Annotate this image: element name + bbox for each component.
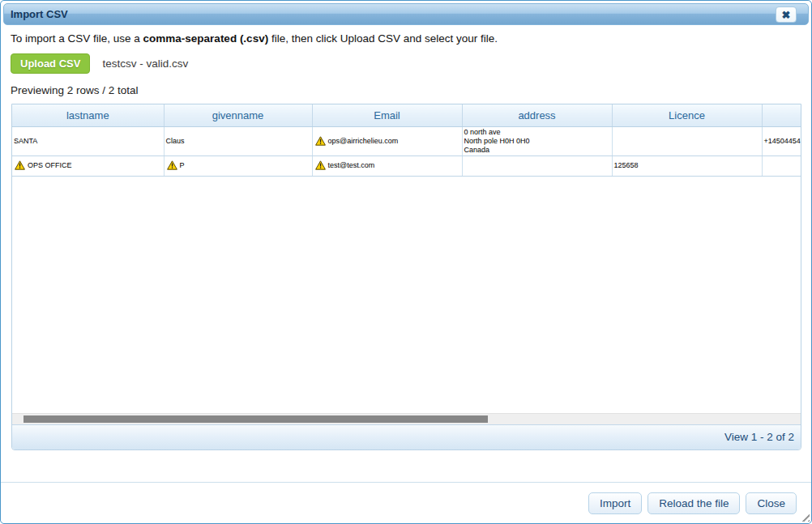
grid-column-header[interactable]: givenname [164, 104, 312, 126]
grid-header-row: lastnamegivennameEmailaddressLicence [12, 104, 801, 126]
grid-column-header[interactable]: address [462, 104, 612, 126]
dialog-title: Import CSV [11, 8, 68, 20]
grid-cell[interactable]: SANTA [12, 126, 164, 155]
dialog-buttonpane: Import Reload the file Close [588, 492, 797, 514]
grid-empty-area [12, 177, 801, 413]
intro-bold: comma-separated (.csv) [143, 32, 269, 45]
uploaded-filename: testcsv - valid.csv [102, 58, 188, 70]
pager-view-range: View 1 - 2 of 2 [724, 431, 794, 443]
grid-cell-text: OPS OFFICE [28, 161, 72, 169]
upload-row: Upload CSV testcsv - valid.csv [11, 53, 801, 74]
warning-icon [15, 160, 25, 170]
grid-cell[interactable] [762, 155, 801, 176]
preview-grid: lastnamegivennameEmailaddressLicence SAN… [11, 104, 801, 450]
grid-cell[interactable]: 125658 [612, 155, 762, 176]
grid-pager: View 1 - 2 of 2 [12, 424, 801, 449]
warning-icon [315, 160, 326, 170]
grid-column-header[interactable]: Email [312, 104, 462, 126]
grid-cell[interactable]: ops@airrichelieu.com [312, 126, 462, 155]
grid-cell-text: 0 north ave North pole H0H 0H0 Canada [464, 128, 530, 154]
grid-cell-text: +14504454 [764, 137, 801, 145]
grid-column-header[interactable] [762, 104, 801, 126]
grid-cell[interactable] [612, 126, 762, 155]
grid-column-header[interactable]: lastname [12, 104, 164, 126]
horizontal-scrollbar[interactable] [12, 413, 801, 424]
table-row[interactable]: SANTAClausops@airrichelieu.com0 north av… [12, 126, 801, 155]
upload-csv-button[interactable]: Upload CSV [11, 53, 90, 74]
grid-cell[interactable]: +14504454 [762, 126, 801, 155]
import-button[interactable]: Import [588, 492, 642, 514]
grid-cell[interactable]: OPS OFFICE [12, 155, 164, 176]
grid-body: SANTAClausops@airrichelieu.com0 north av… [12, 126, 801, 176]
close-dialog-button[interactable]: Close [746, 492, 797, 514]
grid-cell-text: 125658 [614, 161, 639, 169]
reload-file-button[interactable]: Reload the file [647, 492, 740, 514]
grid-viewport: lastnamegivennameEmailaddressLicence SAN… [12, 104, 801, 413]
preview-status: Previewing 2 rows / 2 total [11, 84, 801, 96]
grid-cell-text: Claus [166, 137, 185, 145]
grid-cell[interactable]: 0 north ave North pole H0H 0H0 Canada [462, 126, 612, 155]
grid-cell-text: P [180, 161, 185, 169]
warning-icon [315, 136, 326, 146]
dialog-content: To import a CSV file, use a comma-separa… [1, 26, 811, 450]
buttonpane-separator [1, 482, 811, 483]
scrollbar-thumb[interactable] [24, 415, 488, 423]
grid-cell-text: test@test.com [328, 161, 375, 169]
intro-post: file, then click Upload CSV and select y… [268, 32, 498, 45]
grid-cell[interactable]: Claus [164, 126, 312, 155]
grid-table: lastnamegivennameEmailaddressLicence SAN… [12, 104, 801, 177]
dialog-titlebar[interactable]: Import CSV ✖ [3, 3, 809, 25]
grid-cell-text: SANTA [14, 137, 37, 145]
import-csv-dialog: Import CSV ✖ To import a CSV file, use a… [0, 0, 812, 524]
grid-cell[interactable]: P [164, 155, 312, 176]
grid-cell-text: ops@airrichelieu.com [328, 137, 399, 145]
close-icon: ✖ [782, 10, 791, 20]
grid-cell[interactable]: test@test.com [312, 155, 462, 176]
grid-column-header[interactable]: Licence [612, 104, 762, 126]
close-button[interactable]: ✖ [776, 6, 797, 23]
grid-cell[interactable] [462, 155, 612, 176]
intro-text: To import a CSV file, use a comma-separa… [11, 32, 801, 45]
intro-pre: To import a CSV file, use a [11, 32, 143, 45]
warning-icon [167, 160, 177, 170]
resize-grip-icon[interactable] [799, 511, 810, 522]
table-row[interactable]: OPS OFFICEPtest@test.com125658 [12, 155, 801, 176]
